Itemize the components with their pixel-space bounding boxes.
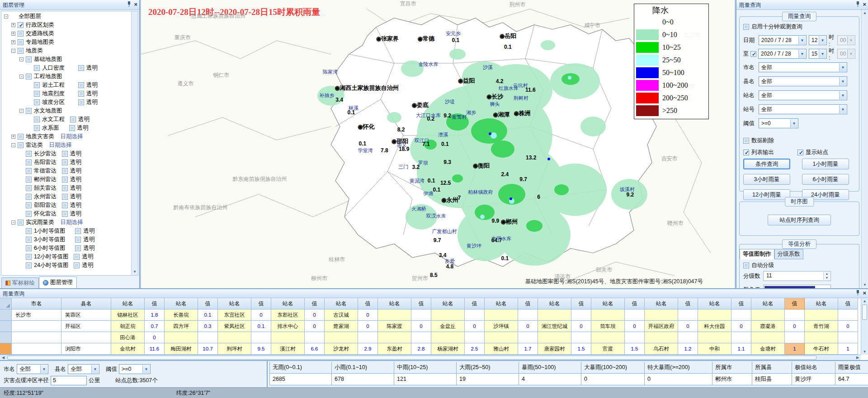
map-canvas[interactable]: 2020-07-28日12时--2020-07-28日15时累积雨量 ◉张家界◉… bbox=[141, 0, 735, 288]
tree-checkbox[interactable] bbox=[26, 151, 32, 157]
tree-checkbox[interactable] bbox=[26, 228, 32, 234]
col-header-station[interactable]: 站名 bbox=[431, 298, 465, 309]
col-header-value[interactable]: 值 bbox=[251, 298, 271, 309]
tree-item[interactable]: + 专题地图类 bbox=[1, 38, 131, 47]
tree-item[interactable]: 水系面 透明 bbox=[1, 124, 131, 132]
chevron-down-icon[interactable]: ▼ bbox=[819, 36, 826, 44]
query-button[interactable]: 3小时雨量 bbox=[743, 174, 790, 185]
tree-item[interactable]: 人口密度 透明 bbox=[1, 64, 131, 72]
tree-checkbox[interactable] bbox=[34, 125, 40, 131]
tree-item[interactable]: 岩土工程 透明 bbox=[1, 81, 131, 89]
tree-item-extra[interactable]: 透明 bbox=[62, 201, 81, 210]
tree-expander-icon[interactable]: - bbox=[11, 220, 15, 225]
tree-item[interactable]: - 地质类 bbox=[1, 47, 131, 55]
col-header-station[interactable]: 站名 bbox=[378, 298, 411, 309]
col-header-value[interactable]: 值 bbox=[518, 298, 538, 309]
tree-checkbox[interactable] bbox=[34, 99, 40, 105]
row-selector[interactable] bbox=[0, 332, 12, 343]
col-header-station[interactable]: 站名 bbox=[218, 298, 251, 309]
pin-icon[interactable] bbox=[856, 1, 860, 7]
filter-city-select[interactable]: 全部 ▼ bbox=[17, 364, 48, 374]
tree-item[interactable]: 永州雷达 透明 bbox=[1, 192, 131, 201]
spin-up-icon[interactable]: ▲ bbox=[824, 272, 830, 276]
data-remove-checkbox[interactable] bbox=[743, 138, 749, 144]
tree-checkbox[interactable] bbox=[26, 185, 32, 191]
tree-expander-icon[interactable]: - bbox=[4, 14, 8, 19]
select-dropdown[interactable]: 全部 ▼ bbox=[759, 90, 847, 100]
close-icon[interactable]: × bbox=[863, 290, 866, 296]
select-dropdown[interactable]: >=0 ▼ bbox=[759, 118, 798, 128]
tree-expander-icon[interactable]: + bbox=[11, 32, 15, 36]
table-vertical-scrollbar[interactable]: ▲ ▼ bbox=[861, 298, 868, 355]
hour-from-select[interactable]: 12 ▼ bbox=[809, 35, 827, 45]
row-selector[interactable] bbox=[0, 321, 12, 332]
pin-icon[interactable] bbox=[856, 290, 860, 296]
col-header-station[interactable]: 站名 bbox=[591, 298, 625, 309]
tree-item-extra[interactable]: 透明 bbox=[69, 124, 89, 132]
tree-item-extra[interactable]: 透明 bbox=[78, 89, 98, 98]
col-header-station[interactable]: 站名 bbox=[698, 298, 731, 309]
hour-to-select[interactable]: 15 ▼ bbox=[809, 49, 827, 59]
table-row[interactable]: 长沙市 芙蓉区 锦林社区 1.8 长善垸 0.1 东宜社区 0 东郡社区 0 古… bbox=[0, 309, 868, 321]
scroll-down-icon[interactable]: ▼ bbox=[862, 282, 868, 288]
list-output-checkbox[interactable] bbox=[743, 150, 749, 155]
chevron-down-icon[interactable]: ▼ bbox=[839, 91, 846, 99]
tree-checkbox[interactable] bbox=[26, 159, 32, 165]
tree-item[interactable]: + 地质灾害类 日期选择 bbox=[1, 132, 131, 141]
scroll-right-icon[interactable]: ▶ bbox=[854, 355, 861, 360]
col-header-station[interactable]: 站名 bbox=[645, 298, 678, 309]
tab-grading-coeff[interactable]: 分级系数 bbox=[774, 249, 803, 259]
tree-checkbox[interactable] bbox=[26, 262, 32, 268]
tree-item[interactable]: - 基础地质图 bbox=[1, 55, 131, 64]
date-to-checkbox[interactable] bbox=[750, 51, 756, 57]
tree-item-extra[interactable]: 透明 bbox=[75, 235, 94, 244]
filter-county-select[interactable]: 全部 ▼ bbox=[68, 364, 99, 374]
query-button[interactable]: 12小时雨量 bbox=[743, 189, 790, 200]
panel-scrollbar[interactable]: ▲ ▼ bbox=[861, 10, 868, 288]
col-header-station[interactable]: 站名 bbox=[165, 298, 198, 309]
tree-item-extra[interactable]: 透明 bbox=[62, 210, 81, 218]
col-header-station[interactable]: 站名 bbox=[485, 298, 518, 309]
table-corner-cell[interactable] bbox=[0, 298, 12, 309]
tree-item-extra[interactable]: 透明 bbox=[70, 115, 90, 124]
col-header-station[interactable]: 站名 bbox=[325, 298, 358, 309]
col-header-value[interactable]: 值 bbox=[785, 298, 805, 309]
tree-item[interactable]: 3小时等值图 透明 bbox=[1, 235, 131, 244]
tree-item-extra[interactable]: 透明 bbox=[62, 150, 81, 158]
tree-checkbox[interactable] bbox=[26, 108, 32, 114]
tree-checkbox[interactable] bbox=[26, 254, 32, 260]
col-header-city[interactable]: 市名 bbox=[12, 298, 61, 309]
scroll-up-icon[interactable]: ▲ bbox=[861, 298, 868, 304]
tree-item-extra[interactable]: 透明 bbox=[78, 98, 98, 107]
query-button[interactable]: 1小时雨量 bbox=[802, 159, 849, 169]
tree-checkbox[interactable] bbox=[34, 117, 40, 122]
close-icon[interactable]: × bbox=[134, 1, 137, 7]
tree-checkbox[interactable] bbox=[18, 22, 24, 28]
filter-threshold-select[interactable]: >=0 ▼ bbox=[119, 364, 151, 374]
tree-checkbox[interactable] bbox=[18, 220, 24, 225]
tree-item-extra[interactable]: 透明 bbox=[62, 175, 81, 184]
station-timeseries-button[interactable]: 站点时序列查询 bbox=[768, 215, 831, 225]
spin-down-icon[interactable]: ▼ bbox=[824, 276, 830, 280]
tree-checkbox[interactable] bbox=[26, 194, 32, 200]
col-header-value[interactable]: 值 bbox=[731, 298, 751, 309]
chevron-down-icon[interactable]: ▼ bbox=[839, 105, 846, 113]
tree-item[interactable]: 长沙雷达 透明 bbox=[1, 150, 131, 158]
col-header-value[interactable]: 值 bbox=[411, 298, 431, 309]
tree-expander-icon[interactable]: - bbox=[19, 57, 24, 61]
chevron-down-icon[interactable]: ▼ bbox=[91, 365, 99, 373]
tree-item-extra[interactable]: 透明 bbox=[75, 244, 94, 253]
tree-item[interactable]: 12小时等值图 透明 bbox=[1, 253, 131, 261]
tree-item[interactable]: 1小时等值图 透明 bbox=[1, 227, 131, 235]
tree-item-extra[interactable]: 透明 bbox=[78, 81, 98, 89]
col-header-value[interactable]: 值 bbox=[625, 298, 645, 309]
tree-expander-icon[interactable]: + bbox=[11, 23, 15, 27]
close-icon[interactable]: × bbox=[863, 1, 866, 7]
tree-expander-icon[interactable]: + bbox=[11, 135, 15, 139]
tab-isoline-make[interactable]: 等值图制作 bbox=[740, 249, 774, 259]
query-button[interactable]: 6小时雨量 bbox=[802, 174, 849, 185]
col-header-station[interactable]: 站名 bbox=[538, 298, 571, 309]
scroll-up-icon[interactable]: ▲ bbox=[862, 10, 868, 16]
table-row[interactable]: 开福区 朝正垸 0.7 四方坪 0.3 紫凤社区 0.1 排水中心 0 楚家湖 … bbox=[0, 321, 868, 332]
tree-item[interactable]: 6小时等值图 透明 bbox=[1, 244, 131, 253]
